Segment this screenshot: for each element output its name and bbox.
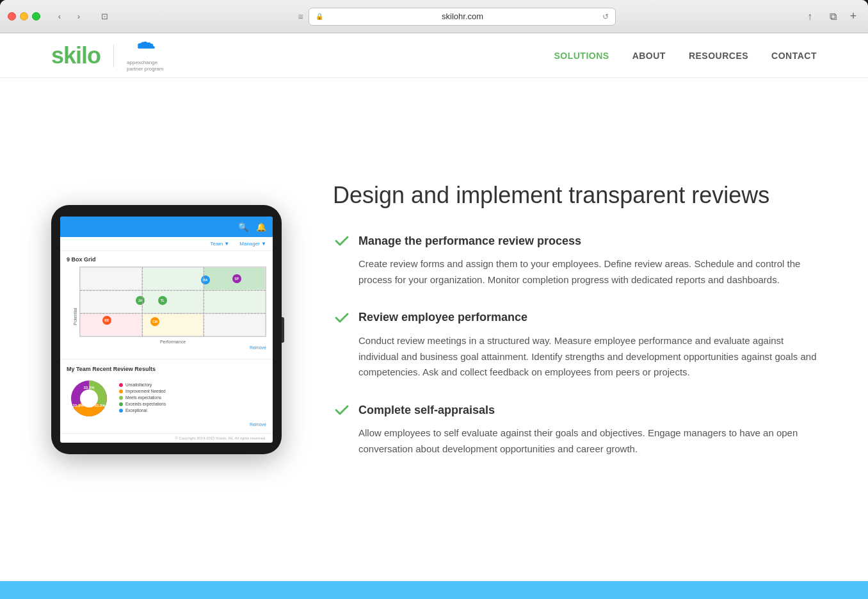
employee-dot-2: SP <box>232 274 241 283</box>
svg-text:33.3%: 33.3% <box>72 404 84 407</box>
x-axis-label: Performance <box>79 340 266 344</box>
feature-desc-3: Allow employees to self evaluate against… <box>333 425 817 457</box>
nav-links: SOLUTIONS ABOUT RESOURCES CONTACT <box>554 51 817 61</box>
tablet-screen: 🔍 🔔 Team ▼ Manager ▼ 9 Box Grid <box>60 217 273 443</box>
feature-item-2: Review employee performance Conduct revi… <box>333 309 817 381</box>
grid-divider-v1 <box>142 267 143 336</box>
legend-label-2: Improvement Needed <box>125 389 166 393</box>
pie-chart: 33.3% 33.3% 33.3% <box>67 376 111 421</box>
footer-bar <box>0 581 868 599</box>
employee-dot-5: RB <box>102 316 111 325</box>
nav-resources[interactable]: RESOURCES <box>689 51 748 61</box>
new-tab-button[interactable]: + <box>846 10 860 24</box>
logo-divider <box>113 44 114 67</box>
lock-icon: 🔒 <box>316 13 323 20</box>
site-nav: skilo appexchange partner program SOLUTI… <box>0 33 868 78</box>
feature-desc-2: Conduct review meetings in a structured … <box>333 333 817 381</box>
reader-mode-icon[interactable]: ≡ <box>298 12 303 22</box>
nine-box-grid: MA SP JA TL RB CM <box>79 267 266 337</box>
close-button[interactable] <box>8 12 16 21</box>
tablet-footer: © Copyright 2014-2015 Klavio, ltd. All r… <box>60 433 273 443</box>
grid-divider-h1 <box>80 290 266 291</box>
manager-dropdown[interactable]: Manager ▼ <box>239 241 266 247</box>
legend-dot-1 <box>119 383 123 387</box>
tablet-bell-icon: 🔔 <box>256 222 266 232</box>
legend-dot-4 <box>119 402 123 406</box>
legend-label-4: Exceeds expectations <box>125 402 166 406</box>
grid-divider-v2 <box>204 267 204 336</box>
y-axis-label: Potential <box>73 308 77 325</box>
check-icon-3 <box>333 401 351 419</box>
box-cell-5 <box>142 290 204 313</box>
team-dropdown[interactable]: Team ▼ <box>211 241 230 247</box>
browser-actions: ↑ ⧉ + <box>800 10 860 24</box>
nav-about[interactable]: ABOUT <box>632 51 666 61</box>
legend-dot-5 <box>119 409 123 413</box>
right-content: Design and implement transparent reviews… <box>333 181 817 477</box>
svg-text:33.3%: 33.3% <box>83 386 95 390</box>
nine-box-title: 9 Box Grid <box>67 256 266 263</box>
sf-appexchange-text: appexchange partner program <box>127 60 163 72</box>
feature-title-row-2: Review employee performance <box>333 309 817 327</box>
legend-item-3: Meets expectations <box>119 395 166 400</box>
pie-chart-title: My Team Recent Review Results <box>67 366 266 372</box>
website-content: skilo appexchange partner program SOLUTI… <box>0 33 868 599</box>
box-cell-7 <box>80 313 142 336</box>
feature-title-1: Manage the performance review process <box>358 234 581 248</box>
feature-title-row-1: Manage the performance review process <box>333 232 817 250</box>
nine-box-remove[interactable]: Remove <box>67 344 266 351</box>
box-cell-9 <box>204 313 266 336</box>
address-bar-area: ≡ 🔒 skilohr.com ↺ <box>118 8 795 26</box>
employee-dot-1: MA <box>201 275 210 284</box>
maximize-button[interactable] <box>32 12 40 21</box>
box-cell-6 <box>204 290 266 313</box>
tablet-device: 🔍 🔔 Team ▼ Manager ▼ 9 Box Grid <box>51 205 282 454</box>
legend-dot-3 <box>119 396 123 400</box>
traffic-lights <box>8 12 40 21</box>
nav-buttons: ‹ › <box>51 10 88 24</box>
tablet-power-button <box>282 317 284 343</box>
tablet-mockup: 🔍 🔔 Team ▼ Manager ▼ 9 Box Grid <box>51 205 282 454</box>
forward-button[interactable]: › <box>70 10 88 24</box>
share-button[interactable]: ↑ <box>800 10 819 24</box>
box-cell-4 <box>80 290 142 313</box>
legend-item-4: Exceeds expectations <box>119 402 166 406</box>
pie-legend: Unsatisfactory Improvement Needed Meets … <box>119 382 166 414</box>
pie-chart-remove[interactable]: Remove <box>67 421 266 428</box>
refresh-icon[interactable]: ↺ <box>602 12 609 21</box>
svg-text:33.3%: 33.3% <box>94 404 106 407</box>
pie-chart-section: My Team Recent Review Results <box>60 362 273 433</box>
url-text: skilohr.com <box>327 12 599 21</box>
salesforce-badge: appexchange partner program <box>127 39 163 72</box>
tab-overview-button[interactable]: ⧉ <box>823 10 842 24</box>
main-content: 🔍 🔔 Team ▼ Manager ▼ 9 Box Grid <box>0 78 868 581</box>
feature-title-row-3: Complete self-appraisals <box>333 401 817 419</box>
tablet-footer-text: © Copyright 2014-2015 Klavio, ltd. All r… <box>175 436 267 440</box>
feature-item-1: Manage the performance review process Cr… <box>333 232 817 288</box>
tablet-app-bar: 🔍 🔔 <box>60 217 273 237</box>
nav-solutions[interactable]: SOLUTIONS <box>554 51 609 61</box>
legend-item-2: Improvement Needed <box>119 389 166 393</box>
check-icon-1 <box>333 232 351 250</box>
address-bar[interactable]: 🔒 skilohr.com ↺ <box>309 8 616 26</box>
sidebar-toggle-button[interactable]: ⊡ <box>95 10 113 24</box>
nav-contact[interactable]: CONTACT <box>771 51 817 61</box>
tablet-search-icon: 🔍 <box>238 222 248 232</box>
feature-item-3: Complete self-appraisals Allow employees… <box>333 401 817 457</box>
nine-box-section: 9 Box Grid Potential <box>60 251 273 356</box>
employee-dot-6: CM <box>150 317 159 326</box>
check-icon-2 <box>333 309 351 327</box>
tablet-subbar: Team ▼ Manager ▼ <box>60 237 273 251</box>
grid-divider-h2 <box>80 313 266 314</box>
box-cell-1 <box>80 267 142 290</box>
legend-dot-2 <box>119 390 123 393</box>
pie-chart-area: 33.3% 33.3% 33.3% Unsatisfactory <box>67 376 266 421</box>
legend-label-3: Meets expectations <box>125 395 161 400</box>
legend-item-1: Unsatisfactory <box>119 382 166 387</box>
feature-title-3: Complete self-appraisals <box>358 404 495 417</box>
legend-label-5: Exceptional <box>125 408 147 413</box>
feature-desc-1: Create review forms and assign them to y… <box>333 256 817 288</box>
minimize-button[interactable] <box>20 12 28 21</box>
section-separator <box>60 359 273 359</box>
back-button[interactable]: ‹ <box>51 10 68 24</box>
